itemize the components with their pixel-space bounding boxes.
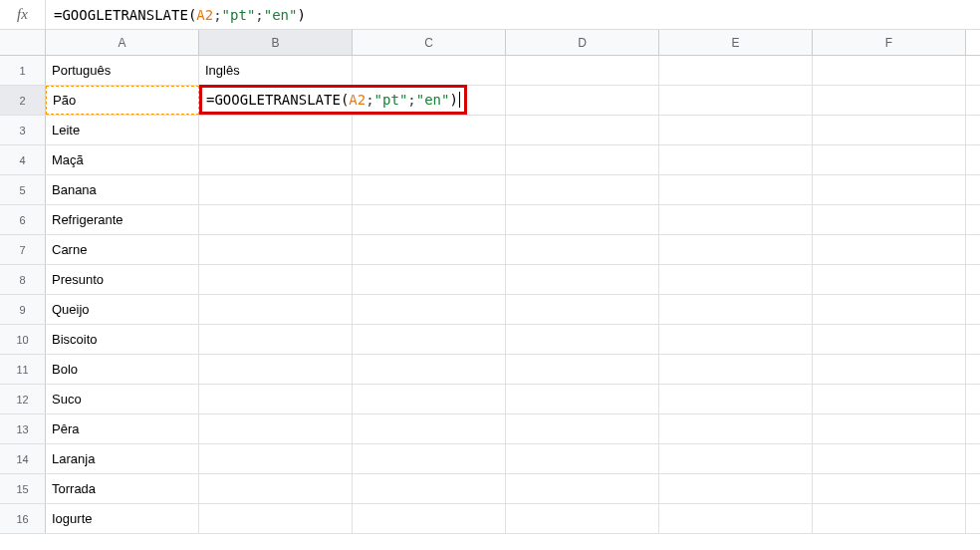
cell-b12[interactable] [199, 385, 353, 413]
cell-d16[interactable] [506, 504, 659, 533]
cell-b2[interactable]: =GOOGLETRANSLATE(A2; "pt"; "en") [199, 86, 353, 115]
cell-e2[interactable] [659, 86, 813, 115]
cell-f12[interactable] [813, 385, 966, 413]
cell-c7[interactable] [353, 235, 506, 264]
cell-a1[interactable]: Português [46, 56, 199, 85]
cell-d15[interactable] [506, 474, 659, 503]
cell-f14[interactable] [813, 444, 966, 473]
cell-c14[interactable] [353, 444, 506, 473]
cell-c12[interactable] [353, 385, 506, 413]
cell-e9[interactable] [659, 295, 813, 324]
cell-e12[interactable] [659, 385, 813, 413]
cell-d10[interactable] [506, 325, 659, 354]
row-head-1[interactable]: 1 [0, 56, 46, 85]
cell-a13[interactable]: Pêra [46, 414, 199, 443]
cell-b9[interactable] [199, 295, 353, 324]
cell-c10[interactable] [353, 325, 506, 354]
row-head-6[interactable]: 6 [0, 205, 46, 234]
row-head-4[interactable]: 4 [0, 145, 46, 174]
cell-b15[interactable] [199, 474, 353, 503]
cell-a6[interactable]: Refrigerante [46, 205, 199, 234]
cell-b8[interactable] [199, 265, 353, 294]
cell-e10[interactable] [659, 325, 813, 354]
cell-b4[interactable] [199, 145, 353, 174]
cell-a9[interactable]: Queijo [46, 295, 199, 324]
cell-d14[interactable] [506, 444, 659, 473]
cell-f7[interactable] [813, 235, 966, 264]
cell-c16[interactable] [353, 504, 506, 533]
row-head-8[interactable]: 8 [0, 265, 46, 294]
cell-a11[interactable]: Bolo [46, 355, 199, 384]
cell-a12[interactable]: Suco [46, 385, 199, 413]
cell-c15[interactable] [353, 474, 506, 503]
formula-input[interactable]: =GOOGLETRANSLATE(A2; "pt"; "en") [46, 0, 980, 29]
cell-c1[interactable] [353, 56, 506, 85]
cell-c6[interactable] [353, 205, 506, 234]
cell-b6[interactable] [199, 205, 353, 234]
cell-c5[interactable] [353, 175, 506, 204]
col-head-d[interactable]: D [506, 30, 659, 55]
col-head-b[interactable]: B [199, 30, 353, 55]
cell-b3[interactable] [199, 116, 353, 144]
row-head-3[interactable]: 3 [0, 116, 46, 144]
cell-editor[interactable]: =GOOGLETRANSLATE(A2; "pt"; "en") [199, 85, 467, 115]
cell-d6[interactable] [506, 205, 659, 234]
col-head-a[interactable]: A [46, 30, 199, 55]
cell-e13[interactable] [659, 414, 813, 443]
row-head-10[interactable]: 10 [0, 325, 46, 354]
cell-a7[interactable]: Carne [46, 235, 199, 264]
cell-b16[interactable] [199, 504, 353, 533]
cell-c9[interactable] [353, 295, 506, 324]
cell-d3[interactable] [506, 116, 659, 144]
cell-e8[interactable] [659, 265, 813, 294]
select-all-corner[interactable] [0, 30, 46, 55]
cell-c3[interactable] [353, 116, 506, 144]
row-head-15[interactable]: 15 [0, 474, 46, 503]
cell-f5[interactable] [813, 175, 966, 204]
cell-d12[interactable] [506, 385, 659, 413]
cell-f11[interactable] [813, 355, 966, 384]
cell-a10[interactable]: Biscoito [46, 325, 199, 354]
cell-d7[interactable] [506, 235, 659, 264]
cell-d11[interactable] [506, 355, 659, 384]
cell-a8[interactable]: Presunto [46, 265, 199, 294]
cell-e15[interactable] [659, 474, 813, 503]
col-head-c[interactable]: C [353, 30, 506, 55]
cell-f1[interactable] [813, 56, 966, 85]
cell-f2[interactable] [813, 86, 966, 115]
cell-c4[interactable] [353, 145, 506, 174]
cell-e6[interactable] [659, 205, 813, 234]
cell-d9[interactable] [506, 295, 659, 324]
row-head-11[interactable]: 11 [0, 355, 46, 384]
cell-e5[interactable] [659, 175, 813, 204]
cell-d1[interactable] [506, 56, 659, 85]
cell-b10[interactable] [199, 325, 353, 354]
cell-a5[interactable]: Banana [46, 175, 199, 204]
row-head-13[interactable]: 13 [0, 414, 46, 443]
cell-a3[interactable]: Leite [46, 116, 199, 144]
cell-a15[interactable]: Torrada [46, 474, 199, 503]
cell-e11[interactable] [659, 355, 813, 384]
cell-f13[interactable] [813, 414, 966, 443]
cell-c8[interactable] [353, 265, 506, 294]
cell-b5[interactable] [199, 175, 353, 204]
cell-d8[interactable] [506, 265, 659, 294]
cell-f6[interactable] [813, 205, 966, 234]
row-head-16[interactable]: 16 [0, 504, 46, 533]
cell-d5[interactable] [506, 175, 659, 204]
cell-d13[interactable] [506, 414, 659, 443]
col-head-f[interactable]: F [813, 30, 966, 55]
cell-b14[interactable] [199, 444, 353, 473]
row-head-2[interactable]: 2 [0, 86, 46, 115]
fx-icon[interactable]: fx [0, 0, 46, 29]
row-head-7[interactable]: 7 [0, 235, 46, 264]
cell-f10[interactable] [813, 325, 966, 354]
cell-a16[interactable]: Iogurte [46, 504, 199, 533]
cell-e14[interactable] [659, 444, 813, 473]
cell-e1[interactable] [659, 56, 813, 85]
row-head-14[interactable]: 14 [0, 444, 46, 473]
cell-c11[interactable] [353, 355, 506, 384]
cell-a4[interactable]: Maçã [46, 145, 199, 174]
row-head-9[interactable]: 9 [0, 295, 46, 324]
cell-f8[interactable] [813, 265, 966, 294]
